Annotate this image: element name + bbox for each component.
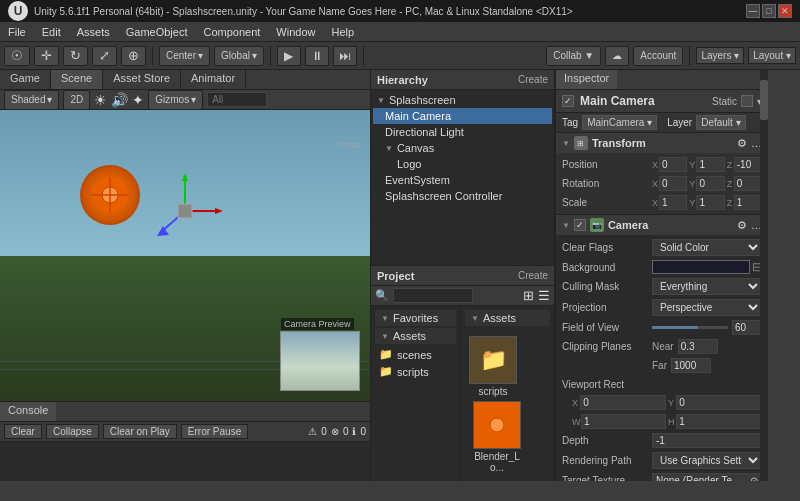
tab-scene[interactable]: Scene xyxy=(51,70,103,89)
step-button[interactable]: ⏭ xyxy=(333,46,357,66)
camera-header[interactable]: ▼ 📷 Camera ⚙ … xyxy=(556,215,768,235)
scale-z-input[interactable] xyxy=(734,195,762,210)
vp-y-input[interactable] xyxy=(676,395,762,410)
scale-x-input[interactable] xyxy=(659,195,687,210)
light-icon[interactable]: ☀ xyxy=(94,92,107,108)
tag-dropdown[interactable]: MainCamera ▾ xyxy=(582,115,657,130)
window-controls[interactable]: — □ ✕ xyxy=(746,4,792,18)
project-search[interactable] xyxy=(393,288,473,303)
menu-file[interactable]: File xyxy=(0,24,34,40)
project-create[interactable]: Create xyxy=(518,270,548,281)
hierarchy-item-eventsystem[interactable]: EventSystem xyxy=(373,172,552,188)
menu-help[interactable]: Help xyxy=(323,24,362,40)
sound-icon[interactable]: 🔊 xyxy=(111,92,128,108)
menu-component[interactable]: Component xyxy=(195,24,268,40)
inspector-scrollbar-thumb[interactable] xyxy=(760,80,768,120)
shaded-dropdown[interactable]: Shaded ▾ xyxy=(4,90,59,110)
culling-mask-dropdown[interactable]: Everything Nothing xyxy=(652,278,762,295)
project-icon-btn1[interactable]: ⊞ xyxy=(523,288,534,303)
tab-console[interactable]: Console xyxy=(0,402,56,421)
scene-search[interactable] xyxy=(207,92,267,107)
project-icon-btn2[interactable]: ☰ xyxy=(538,288,550,303)
play-button[interactable]: ▶ xyxy=(277,46,301,66)
tool-hand[interactable]: ☉ xyxy=(4,46,30,66)
layers-dropdown[interactable]: Layers ▾ xyxy=(696,47,744,64)
menu-assets[interactable]: Assets xyxy=(69,24,118,40)
projection-dropdown[interactable]: Perspective Orthographic xyxy=(652,299,762,316)
hierarchy-create[interactable]: Create xyxy=(518,74,548,85)
asset-scripts-folder[interactable]: 📁 scripts xyxy=(469,336,517,397)
target-texture-field[interactable]: None (Render Te... ⊙ xyxy=(652,473,762,481)
assets-header[interactable]: ▼ Assets xyxy=(375,328,456,344)
layer-dropdown[interactable]: Default ▾ xyxy=(696,115,745,130)
vp-x-item: X xyxy=(572,395,666,410)
hierarchy-item-splashscreen-controller[interactable]: Splashscreen Controller xyxy=(373,188,552,204)
pos-x-input[interactable] xyxy=(659,157,687,172)
minimize-btn[interactable]: — xyxy=(746,4,760,18)
hierarchy-item-main-camera[interactable]: Main Camera xyxy=(373,108,552,124)
console-error-pause[interactable]: Error Pause xyxy=(181,424,248,439)
console-clear-on-play[interactable]: Clear on Play xyxy=(103,424,177,439)
layout-dropdown[interactable]: Layout ▾ xyxy=(748,47,796,64)
asset-blender[interactable]: Blender_Lo... xyxy=(469,401,525,473)
fov-track[interactable] xyxy=(652,326,728,329)
transform-settings-icon[interactable]: ⚙ xyxy=(737,137,747,150)
depth-input[interactable] xyxy=(652,433,762,448)
camera-settings-icon[interactable]: ⚙ xyxy=(737,219,747,232)
folder-scenes[interactable]: 📁 scenes xyxy=(375,346,456,363)
menu-edit[interactable]: Edit xyxy=(34,24,69,40)
hierarchy-item-logo[interactable]: Logo xyxy=(373,156,552,172)
pause-button[interactable]: ⏸ xyxy=(305,46,329,66)
rot-z-input[interactable] xyxy=(734,176,762,191)
clipping-far-input[interactable] xyxy=(671,358,711,373)
menu-gameobject[interactable]: GameObject xyxy=(118,24,196,40)
camera-enabled-checkbox[interactable] xyxy=(574,219,586,231)
folder-scripts[interactable]: 📁 scripts xyxy=(375,363,456,380)
effects-icon[interactable]: ✦ xyxy=(132,92,144,108)
cloud-button[interactable]: ☁ xyxy=(605,46,629,66)
close-btn[interactable]: ✕ xyxy=(778,4,792,18)
clipping-near-input[interactable] xyxy=(678,339,718,354)
center-toggle[interactable]: Center ▾ xyxy=(159,46,210,66)
tool-rect[interactable]: ⊕ xyxy=(121,46,146,66)
tool-scale[interactable]: ⤢ xyxy=(92,46,117,66)
background-color-swatch[interactable] xyxy=(652,260,750,274)
assets-folder-header[interactable]: ▼ Assets xyxy=(465,310,550,326)
console-collapse[interactable]: Collapse xyxy=(46,424,99,439)
pos-z-input[interactable] xyxy=(734,157,762,172)
hierarchy-item-canvas[interactable]: ▼ Canvas xyxy=(373,140,552,156)
2d-toggle[interactable]: 2D xyxy=(63,90,90,110)
rendering-path-dropdown[interactable]: Use Graphics Setting xyxy=(652,452,762,469)
scene-viewport[interactable]: Persp Camera Preview xyxy=(0,110,370,401)
rot-x-input[interactable] xyxy=(659,176,687,191)
tab-game[interactable]: Game xyxy=(0,70,51,89)
favorites-header[interactable]: ▼ Favorites xyxy=(375,310,456,326)
rot-y-input[interactable] xyxy=(696,176,724,191)
vp-x-input[interactable] xyxy=(580,395,666,410)
fov-value[interactable] xyxy=(732,320,762,335)
target-texture-browse-icon[interactable]: ⊙ xyxy=(750,475,758,481)
vp-h-input[interactable] xyxy=(676,414,762,429)
tab-inspector[interactable]: Inspector xyxy=(556,70,617,89)
pos-y-input[interactable] xyxy=(696,157,724,172)
tool-move[interactable]: ✛ xyxy=(34,46,59,66)
menu-window[interactable]: Window xyxy=(268,24,323,40)
collab-button[interactable]: Collab ▼ xyxy=(546,46,601,66)
clear-flags-dropdown[interactable]: Solid Color Skybox Depth only Don't Clea… xyxy=(652,239,762,256)
scale-y-input[interactable] xyxy=(696,195,724,210)
transform-header[interactable]: ▼ ⊞ Transform ⚙ … xyxy=(556,133,768,153)
gizmos-dropdown[interactable]: Gizmos ▾ xyxy=(148,90,203,110)
console-clear[interactable]: Clear xyxy=(4,424,42,439)
maximize-btn[interactable]: □ xyxy=(762,4,776,18)
account-button[interactable]: Account xyxy=(633,46,683,66)
object-enabled-checkbox[interactable] xyxy=(562,95,574,107)
hierarchy-item-splashscreen[interactable]: ▼ Splashscreen xyxy=(373,92,552,108)
tool-rotate[interactable]: ↻ xyxy=(63,46,88,66)
inspector-scrollbar[interactable] xyxy=(760,70,768,481)
global-toggle[interactable]: Global ▾ xyxy=(214,46,264,66)
vp-w-input[interactable] xyxy=(581,414,666,429)
tab-asset-store[interactable]: Asset Store xyxy=(103,70,181,89)
static-checkbox[interactable] xyxy=(741,95,753,107)
tab-animator[interactable]: Animator xyxy=(181,70,246,89)
hierarchy-item-directional-light[interactable]: Directional Light xyxy=(373,124,552,140)
